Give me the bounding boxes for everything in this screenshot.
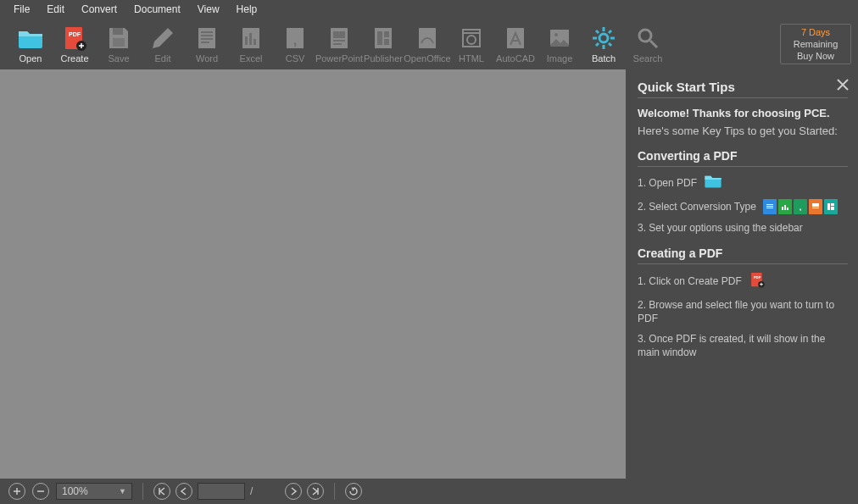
toolbar: Open PDF Create Save Edit Word Excel , [0, 19, 858, 69]
menu-edit[interactable]: Edit [38, 2, 73, 17]
zoom-value: 100% [62, 485, 88, 497]
zoom-out-button[interactable] [32, 483, 49, 500]
svg-rect-41 [831, 203, 834, 206]
csv-button[interactable]: , CSV [275, 25, 315, 64]
tips-step: 1. Click on Create PDF PDF [638, 271, 848, 291]
svg-rect-23 [384, 39, 389, 45]
svg-text:PDF: PDF [753, 275, 760, 280]
create-pdf-icon: PDF [61, 25, 88, 52]
svg-rect-36 [787, 208, 788, 210]
menu-view[interactable]: View [189, 2, 228, 17]
excel-button[interactable]: Excel [231, 25, 271, 64]
excel-label: Excel [240, 53, 263, 64]
menu-help[interactable]: Help [228, 2, 266, 17]
page-number-input[interactable] [198, 483, 245, 500]
first-page-button[interactable] [153, 483, 170, 500]
publisher-button[interactable]: Publisher [363, 25, 404, 64]
open-button[interactable]: Open [10, 25, 51, 64]
svg-point-28 [554, 33, 558, 36]
svg-point-30 [639, 30, 651, 42]
tips-title: Quick Start Tips [638, 80, 848, 98]
svg-rect-21 [377, 31, 382, 45]
batch-label: Batch [592, 53, 616, 64]
search-button[interactable]: Search [627, 25, 668, 64]
svg-rect-18 [333, 40, 345, 42]
html-label: HTML [459, 53, 484, 64]
csv-icon: , [281, 25, 309, 52]
document-canvas [0, 69, 626, 479]
html-icon [458, 25, 485, 52]
svg-rect-32 [766, 206, 773, 207]
trial-box[interactable]: 7 Days Remaining Buy Now [780, 24, 851, 64]
excel-icon [237, 25, 265, 52]
svg-rect-7 [201, 35, 213, 36]
svg-rect-39 [812, 208, 819, 208]
zoom-select[interactable]: 100% ▼ [56, 483, 132, 500]
edit-label: Edit [155, 53, 171, 64]
trial-remaining: Remaining [794, 38, 838, 50]
image-button[interactable]: Image [539, 25, 580, 64]
svg-rect-8 [201, 38, 213, 40]
menu-file[interactable]: File [5, 2, 38, 17]
create-label: Create [60, 53, 88, 64]
last-page-button[interactable] [307, 483, 324, 500]
batch-button[interactable]: Batch [583, 25, 624, 64]
tips-step: 2. Select Conversion Type , [638, 199, 848, 214]
create-pdf-icon: PDF [749, 271, 766, 291]
trial-buy-now: Buy Now [797, 50, 834, 62]
word-icon [193, 25, 220, 52]
svg-rect-6 [201, 31, 213, 33]
html-button[interactable]: HTML [451, 25, 492, 64]
chevron-down-icon: ▼ [119, 487, 126, 496]
quick-start-panel: Quick Start Tips Welcome! Thanks for cho… [626, 69, 858, 479]
step-text: 2. Select Conversion Type [638, 200, 756, 213]
search-icon [634, 25, 661, 52]
ppt-mini-icon [809, 199, 822, 214]
menu-convert[interactable]: Convert [73, 2, 125, 17]
word-button[interactable]: Word [187, 25, 227, 64]
word-label: Word [196, 53, 218, 64]
tips-step: 2. Browse and select file you want to tu… [638, 298, 848, 325]
prev-page-button[interactable] [176, 483, 192, 500]
next-page-button[interactable] [285, 483, 302, 500]
step-text: 1. Click on Create PDF [638, 274, 742, 288]
autocad-icon [502, 25, 529, 52]
svg-rect-22 [384, 31, 389, 37]
svg-rect-33 [766, 208, 773, 208]
publisher-label: Publisher [364, 53, 403, 64]
word-mini-icon [763, 199, 777, 214]
excel-mini-icon [778, 199, 792, 214]
separator [142, 483, 143, 500]
svg-rect-40 [827, 203, 830, 210]
autocad-button[interactable]: AutoCAD [495, 25, 536, 64]
menu-document[interactable]: Document [125, 2, 189, 17]
svg-rect-31 [766, 204, 773, 205]
save-icon [105, 25, 132, 52]
svg-rect-11 [245, 36, 248, 45]
openoffice-icon [414, 25, 441, 52]
main-area: Quick Start Tips Welcome! Thanks for cho… [0, 69, 858, 479]
svg-point-25 [467, 36, 476, 44]
svg-rect-4 [113, 38, 125, 47]
image-label: Image [547, 53, 573, 64]
step-text: 2. Browse and select file you want to tu… [638, 298, 848, 325]
conversion-type-icons: , [763, 199, 838, 214]
csv-label: CSV [286, 53, 305, 64]
svg-rect-42 [831, 207, 834, 210]
step-text: 3. Set your options using the sidebar [638, 221, 803, 235]
csv-mini-icon: , [794, 199, 807, 214]
folder-icon [704, 174, 722, 192]
separator [334, 483, 335, 500]
tips-welcome: Welcome! Thanks for choosing PCE. [638, 107, 848, 119]
zoom-in-button[interactable] [8, 483, 25, 500]
save-button[interactable]: Save [98, 25, 139, 64]
svg-rect-19 [333, 43, 342, 45]
openoffice-button[interactable]: OpenOffice [407, 25, 448, 64]
svg-rect-35 [784, 205, 786, 210]
close-icon[interactable] [836, 78, 850, 94]
rotate-button[interactable] [345, 483, 362, 500]
powerpoint-button[interactable]: PowerPoint [319, 25, 359, 64]
svg-rect-9 [201, 42, 209, 43]
edit-button[interactable]: Edit [142, 25, 183, 64]
create-button[interactable]: PDF Create [54, 25, 95, 64]
